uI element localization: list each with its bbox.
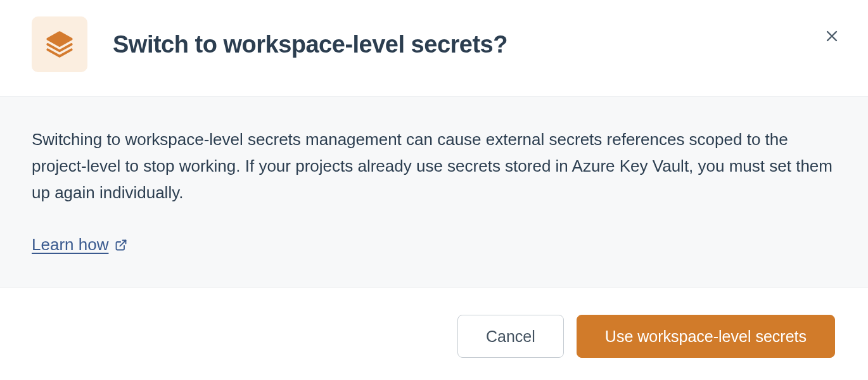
external-link-icon xyxy=(115,239,127,251)
svg-line-3 xyxy=(120,240,126,246)
dialog-description: Switching to workspace-level secrets man… xyxy=(32,126,836,206)
confirmation-dialog: Switch to workspace-level secrets? Switc… xyxy=(0,0,868,376)
svg-marker-0 xyxy=(48,32,72,46)
learn-how-label: Learn how xyxy=(32,235,108,255)
dialog-header: Switch to workspace-level secrets? xyxy=(0,0,868,96)
close-icon xyxy=(824,28,839,44)
cancel-button[interactable]: Cancel xyxy=(457,315,564,358)
confirm-button[interactable]: Use workspace-level secrets xyxy=(577,315,835,358)
dialog-footer: Cancel Use workspace-level secrets xyxy=(0,288,868,376)
learn-how-link[interactable]: Learn how xyxy=(32,235,127,255)
layers-icon-container xyxy=(32,16,87,72)
close-button[interactable] xyxy=(822,27,841,46)
dialog-title: Switch to workspace-level secrets? xyxy=(113,31,507,58)
dialog-body: Switching to workspace-level secrets man… xyxy=(0,96,868,288)
layers-icon xyxy=(44,28,75,60)
